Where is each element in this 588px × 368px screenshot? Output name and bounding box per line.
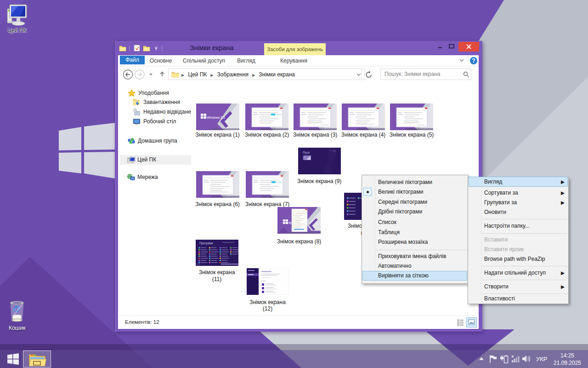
svg-text:Пуск: Пуск <box>303 151 310 155</box>
svg-text:Windows 8.1: Windows 8.1 <box>207 116 225 119</box>
svg-text:Програми: Програми <box>199 242 213 245</box>
